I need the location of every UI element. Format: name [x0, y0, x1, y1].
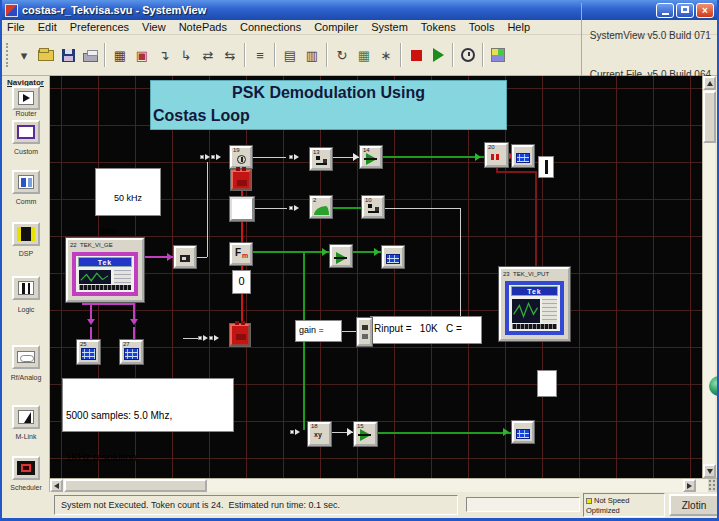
menu-edit[interactable]: Edit: [38, 21, 57, 33]
title-note[interactable]: PSK Demodulation Using Costas Loop: [150, 80, 507, 130]
token-number: 25: [80, 341, 87, 348]
disconnect-button[interactable]: ↳: [175, 44, 197, 67]
mixer-icon: [237, 155, 246, 164]
move-token-button[interactable]: ⇆: [219, 44, 241, 67]
token-reservoir-button[interactable]: ▣: [131, 44, 153, 67]
scroll-right-button[interactable]: [683, 479, 696, 492]
rinput-note[interactable]: Rinput = 10K C =: [370, 316, 482, 344]
opamp-token[interactable]: [357, 318, 372, 346]
toolbar-handle[interactable]: [6, 43, 10, 67]
wire-sink27-drop: [133, 303, 135, 319]
toolbar-separator: [400, 43, 402, 67]
right-arrow-icon: [687, 483, 692, 489]
amp-top-token[interactable]: 14: [360, 146, 382, 168]
colors-icon: [491, 48, 505, 62]
vscroll-thumb[interactable]: [703, 91, 716, 143]
token-dropdown-button[interactable]: ▾: [13, 44, 35, 67]
banner-line2: Costas Loop: [151, 104, 506, 127]
preview-window-button[interactable]: ▥: [301, 44, 323, 67]
hop-connector: [289, 204, 299, 212]
menu-connections[interactable]: Connections: [240, 21, 301, 33]
wire-fm-amp: [253, 251, 330, 253]
connect-button[interactable]: ↴: [153, 44, 175, 67]
hscroll-thumb[interactable]: [64, 479, 207, 492]
user-button[interactable]: Zlotin: [669, 494, 719, 516]
analysis-sink-icon: [81, 348, 96, 360]
sink-left-b-token[interactable]: 27: [120, 340, 143, 364]
blank-token[interactable]: [230, 197, 254, 221]
resize-grip[interactable]: [708, 479, 719, 493]
vertical-scrollbar[interactable]: [702, 76, 715, 478]
analysis-top-token[interactable]: 20: [485, 143, 508, 167]
rotate-button[interactable]: ↻: [331, 44, 353, 67]
menu-help[interactable]: Help: [507, 21, 530, 33]
blank-note[interactable]: [537, 370, 557, 397]
multiplier-bottom-token[interactable]: 18 xy: [308, 422, 331, 446]
spreadsheet-button[interactable]: ▦: [353, 44, 375, 67]
samples-note[interactable]: 5000 samples: 5.0 Mhz, 1KHz resolution T…: [62, 378, 234, 432]
stop-button[interactable]: [405, 44, 427, 67]
print-button[interactable]: [79, 44, 101, 67]
status-message: System not Executed. Token count is 24. …: [54, 495, 458, 515]
notepad-button[interactable]: ≡: [249, 44, 271, 67]
filter2-mid-token[interactable]: 10: [362, 196, 384, 218]
tile-windows-button[interactable]: ▤: [279, 44, 301, 67]
scheduler-icon: [17, 461, 35, 475]
sidebar-item-logic[interactable]: [12, 276, 40, 300]
sidebar-item-scheduler[interactable]: [12, 456, 40, 480]
sidebar-item-rf-analog[interactable]: [12, 345, 40, 369]
zero-note[interactable]: 0: [232, 270, 251, 294]
multiplier-red-token[interactable]: [231, 170, 251, 190]
sink-mid-token[interactable]: [382, 246, 404, 268]
horizontal-scrollbar[interactable]: [50, 478, 719, 492]
sidebar-label-dsp: DSP: [2, 250, 50, 257]
filter-mid-token[interactable]: 2: [310, 196, 332, 218]
menu-notepads[interactable]: NotePads: [179, 21, 227, 33]
grid-button[interactable]: ▦: [109, 44, 131, 67]
fm-sub-label: m: [242, 252, 248, 259]
amp-mid-token[interactable]: [330, 245, 352, 267]
sink-bottom-token[interactable]: [512, 421, 534, 443]
fm-vco-token[interactable]: F m: [230, 243, 252, 265]
design-canvas: PSK Demodulation Using Costas Loop 50 kH…: [50, 76, 702, 478]
cursor-note[interactable]: [538, 156, 554, 178]
gain-note[interactable]: gain =: [295, 320, 342, 342]
menu-tokens[interactable]: Tokens: [421, 21, 456, 33]
menu-file[interactable]: File: [7, 21, 25, 33]
menu-system[interactable]: System: [371, 21, 408, 33]
tek-source-block[interactable]: 22 TEK_VI_GE Tek: [66, 238, 144, 302]
system-time: System Time: 0.0000000 s: [586, 516, 662, 521]
save-button[interactable]: [57, 44, 79, 67]
sidebar-item-comm[interactable]: [12, 170, 40, 194]
sidebar-item-custom[interactable]: [12, 120, 40, 144]
menu-tools[interactable]: Tools: [469, 21, 495, 33]
open-button[interactable]: [35, 44, 57, 67]
duplicate-token-button[interactable]: ⇄: [197, 44, 219, 67]
amplifier-icon: [336, 252, 347, 264]
interface-token[interactable]: [174, 246, 196, 268]
sink-top-token[interactable]: [512, 145, 534, 167]
wire-bottom-sink: [377, 432, 512, 434]
sink-left-a-token[interactable]: 25: [77, 340, 100, 364]
system-colors-button[interactable]: [487, 44, 509, 67]
menu-preferences[interactable]: Preferences: [70, 21, 129, 33]
tek-analyzer-block[interactable]: 23 TEK_VI_PUT Tek: [499, 267, 570, 341]
sidebar-item-router[interactable]: [12, 86, 40, 110]
data-note-line1: 50 kHz: [99, 193, 157, 204]
multiplier-red-token2[interactable]: [230, 324, 250, 346]
phase-mod-token[interactable]: 19: [230, 146, 252, 168]
limiter-top-token[interactable]: 13: [310, 148, 332, 170]
amp-bottom-token[interactable]: 15: [354, 422, 377, 446]
scroll-up-button[interactable]: [703, 76, 716, 90]
scroll-down-button[interactable]: [703, 464, 716, 478]
run-button[interactable]: [427, 44, 449, 67]
clock-button[interactable]: [457, 44, 479, 67]
menu-view[interactable]: View: [142, 21, 166, 33]
token-wizard-button[interactable]: ∗: [375, 44, 397, 67]
menu-compiler[interactable]: Compiler: [314, 21, 358, 33]
data-note[interactable]: 50 kHz data centered: [95, 168, 161, 216]
sidebar-item-mlink[interactable]: [12, 405, 40, 429]
scroll-left-button[interactable]: [50, 479, 63, 492]
toolbar: ▾ ▦ ▣ ↴ ↳ ⇄ ⇆ ≡ ▤ ▥ ↻ ▦ ∗ SystemView v5.…: [2, 35, 717, 76]
sidebar-item-dsp[interactable]: [12, 222, 40, 246]
